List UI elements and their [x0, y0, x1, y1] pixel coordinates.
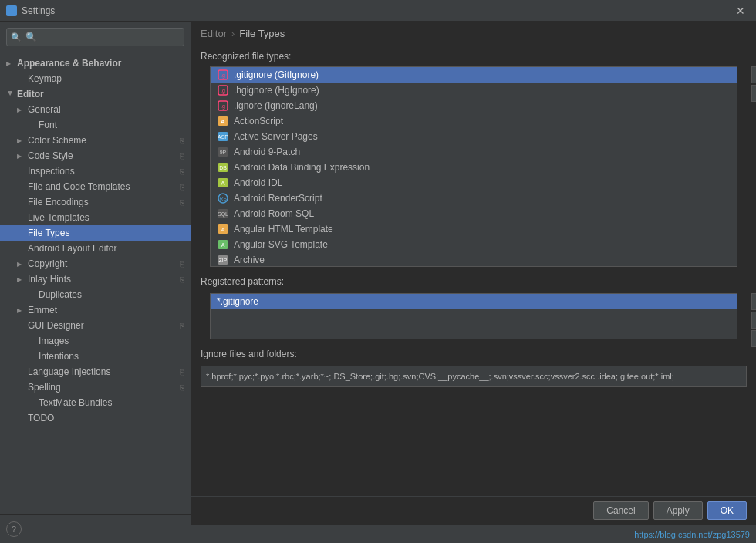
content-area: Editor › File Types Recognized file type…	[191, 22, 756, 543]
svg-text:A: A	[221, 180, 225, 187]
file-type-icon: SQL	[217, 207, 229, 220]
svg-text:ZIP: ZIP	[219, 258, 228, 263]
app-icon	[6, 5, 17, 16]
ignore-input[interactable]	[201, 366, 747, 387]
file-type-item[interactable]: 9PAndroid 9-Patch	[211, 144, 737, 160]
file-type-item[interactable]: .g.ignore (IgnoreLang)	[211, 98, 737, 113]
add-file-type-button[interactable]: +	[751, 66, 756, 83]
patterns-outer: *.gitignore + − ✎	[201, 293, 747, 339]
search-input[interactable]	[6, 28, 184, 46]
search-icon: 🔍	[11, 32, 22, 42]
sidebar-item-file-code-templates[interactable]: File and Code Templates⎘	[0, 179, 191, 194]
sidebar-item-keymap[interactable]: Keymap	[0, 71, 191, 86]
sidebar-item-font[interactable]: Font	[0, 117, 191, 133]
file-type-item[interactable]: RSAndroid RenderScript	[211, 191, 737, 206]
svg-rect-1	[12, 6, 16, 10]
edit-pattern-button[interactable]: ✎	[751, 330, 756, 347]
sidebar-item-file-types[interactable]: File Types	[0, 225, 191, 241]
patterns-list[interactable]: *.gitignore	[210, 293, 737, 339]
expand-arrow: ▶	[7, 90, 14, 98]
sidebar-item-intentions[interactable]: Intentions	[0, 349, 191, 364]
file-type-label: Archive	[234, 255, 265, 265]
file-type-icon: ZIP	[217, 254, 229, 266]
remove-pattern-button[interactable]: −	[751, 312, 756, 329]
file-type-item[interactable]: ASPActive Server Pages	[211, 129, 737, 144]
file-type-item[interactable]: ZIPArchive	[211, 252, 737, 267]
sidebar-tree: ▶Appearance & BehaviorKeymap▶Editor▶Gene…	[0, 52, 191, 514]
file-type-label: ActionScript	[234, 116, 283, 126]
sidebar-item-android-layout-editor[interactable]: Android Layout Editor	[0, 241, 191, 256]
dialog-buttons: Cancel Apply OK	[191, 496, 756, 524]
sidebar-item-label: Android Layout Editor	[28, 243, 184, 254]
bottom-bar: https://blog.csdn.net/zpg13579	[191, 524, 756, 543]
file-type-label: Android RenderScript	[234, 193, 322, 204]
sidebar-item-language-injections[interactable]: Language Injections⎘	[0, 364, 191, 379]
file-type-item[interactable]: .g.gitignore (GitIgnore)	[211, 67, 737, 83]
file-type-label: Android Room SQL	[234, 208, 314, 219]
copy-icon: ⎘	[180, 183, 184, 191]
ignore-label: Ignore files and folders:	[201, 346, 747, 363]
sidebar-item-inspections[interactable]: Inspections⎘	[0, 164, 191, 179]
sidebar-item-label: TODO	[28, 413, 184, 423]
file-type-label: Active Server Pages	[234, 131, 318, 142]
sidebar-item-gui-designer[interactable]: GUI Designer⎘	[0, 318, 191, 333]
file-type-label: .ignore (IgnoreLang)	[234, 100, 318, 111]
bottom-link[interactable]: https://blog.csdn.net/zpg13579	[634, 530, 750, 539]
sidebar-item-emmet[interactable]: ▶Emmet	[0, 302, 191, 318]
sidebar-item-appearance[interactable]: ▶Appearance & Behavior	[0, 56, 191, 71]
sidebar-item-code-style[interactable]: ▶Code Style⎘	[0, 148, 191, 164]
sidebar-item-label: Intentions	[39, 351, 184, 362]
svg-text:RS: RS	[219, 196, 227, 201]
sidebar-item-label: Inspections	[28, 166, 177, 177]
sidebar-item-label: Color Scheme	[28, 135, 177, 146]
sidebar-item-todo[interactable]: TODO	[0, 410, 191, 426]
sidebar-item-label: General	[28, 104, 184, 115]
sidebar-item-duplicates[interactable]: Duplicates	[0, 287, 191, 302]
main-layout: 🔍 ▶Appearance & BehaviorKeymap▶Editor▶Ge…	[0, 22, 756, 543]
cancel-button[interactable]: Cancel	[593, 501, 648, 520]
sidebar-item-textmate-bundles[interactable]: TextMate Bundles	[0, 395, 191, 410]
pattern-item[interactable]: *.gitignore	[211, 294, 737, 309]
sidebar-item-general[interactable]: ▶General	[0, 102, 191, 117]
sidebar-item-editor[interactable]: ▶Editor	[0, 86, 191, 102]
sidebar-item-spelling[interactable]: Spelling⎘	[0, 379, 191, 395]
file-type-icon: A	[217, 115, 229, 127]
registered-label: Registered patterns:	[201, 273, 747, 290]
svg-text:.g: .g	[221, 73, 225, 79]
file-type-item[interactable]: DBAndroid Data Binding Expression	[211, 160, 737, 175]
close-button[interactable]: ✕	[731, 3, 750, 19]
help-button[interactable]: ?	[6, 521, 22, 537]
file-type-item[interactable]: SQLAndroid Room SQL	[211, 206, 737, 221]
file-type-item[interactable]: AAngular SVG Template	[211, 237, 737, 252]
sidebar-item-file-encodings[interactable]: File Encodings⎘	[0, 194, 191, 210]
file-types-list[interactable]: .g.gitignore (GitIgnore).g.hgignore (HgI…	[210, 66, 737, 267]
file-type-label: Angular SVG Template	[234, 239, 328, 250]
sidebar-item-label: File and Code Templates	[28, 181, 177, 192]
file-type-icon: RS	[217, 192, 229, 204]
file-type-item[interactable]: .g.hgignore (HgIgnore)	[211, 83, 737, 98]
sidebar-item-label: Language Injections	[28, 366, 177, 377]
sidebar-item-images[interactable]: Images	[0, 333, 191, 349]
edit-file-type-button[interactable]: ✎	[751, 85, 756, 102]
apply-button[interactable]: Apply	[653, 501, 703, 520]
sidebar-item-color-scheme[interactable]: ▶Color Scheme⎘	[0, 133, 191, 148]
sidebar-item-label: TextMate Bundles	[39, 397, 184, 408]
sidebar-item-label: Font	[39, 120, 184, 130]
sidebar-item-label: Code Style	[28, 150, 177, 161]
sidebar-item-label: Emmet	[28, 305, 184, 315]
sidebar-item-label: File Encodings	[28, 197, 177, 207]
file-type-icon: .g	[217, 69, 229, 81]
sidebar-item-copyright[interactable]: ▶Copyright⎘	[0, 256, 191, 272]
sidebar-item-live-templates[interactable]: Live Templates	[0, 210, 191, 225]
file-type-item[interactable]: AActionScript	[211, 113, 737, 129]
file-type-label: Android IDL	[234, 177, 282, 188]
file-type-item[interactable]: AAngular HTML Template	[211, 221, 737, 237]
registered-section: Registered patterns:	[191, 267, 756, 293]
file-type-label: .gitignore (GitIgnore)	[234, 69, 319, 80]
file-type-item[interactable]: AAndroid IDL	[211, 175, 737, 191]
ok-button[interactable]: OK	[707, 501, 747, 520]
add-pattern-button[interactable]: +	[751, 293, 756, 310]
copy-icon: ⎘	[180, 137, 184, 145]
sidebar-item-inlay-hints[interactable]: ▶Inlay Hints⎘	[0, 272, 191, 287]
expand-arrow: ▶	[6, 60, 14, 67]
